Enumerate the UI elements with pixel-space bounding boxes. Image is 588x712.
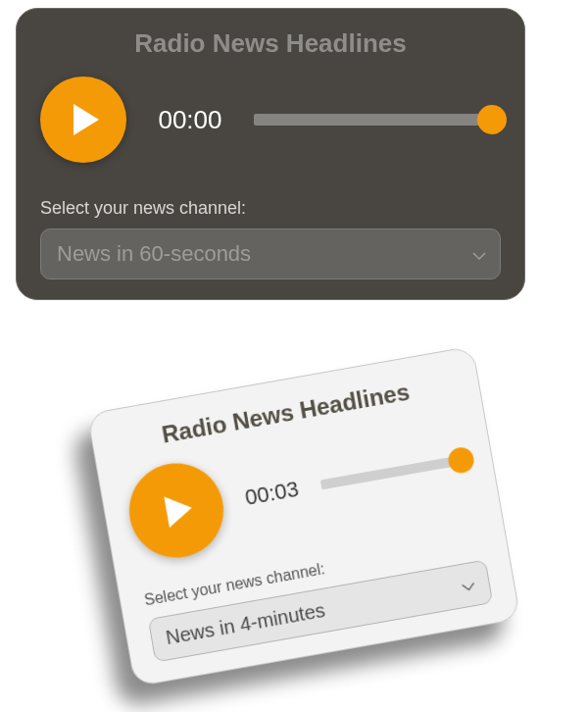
chevron-down-icon	[472, 241, 486, 267]
volume-slider[interactable]	[254, 107, 501, 132]
selected-option: News in 60-seconds	[57, 241, 251, 266]
selected-option: News in 4-minutes	[164, 599, 326, 648]
player-title: Radio News Headlines	[40, 28, 501, 59]
time-display: 00:00	[146, 105, 234, 135]
play-button[interactable]	[40, 76, 126, 163]
slider-thumb[interactable]	[477, 105, 507, 134]
time-display: 00:03	[236, 475, 308, 512]
controls-row: 00:00	[40, 76, 501, 163]
channel-select[interactable]: News in 60-seconds	[40, 229, 501, 280]
audio-player-light: Radio News Headlines 00:03 Select your n…	[86, 345, 520, 687]
slider-thumb[interactable]	[446, 445, 475, 475]
channel-select-label: Select your news channel:	[40, 198, 501, 219]
play-button[interactable]	[122, 456, 230, 565]
audio-player-light-wrap: Radio News Headlines 00:03 Select your n…	[86, 345, 520, 687]
chevron-down-icon	[460, 573, 477, 597]
play-icon	[164, 492, 194, 528]
slider-track	[254, 114, 501, 126]
audio-player-dark: Radio News Headlines 00:00 Select your n…	[16, 8, 525, 300]
play-icon	[74, 104, 99, 135]
volume-slider[interactable]	[318, 446, 469, 497]
slider-track	[320, 454, 468, 489]
